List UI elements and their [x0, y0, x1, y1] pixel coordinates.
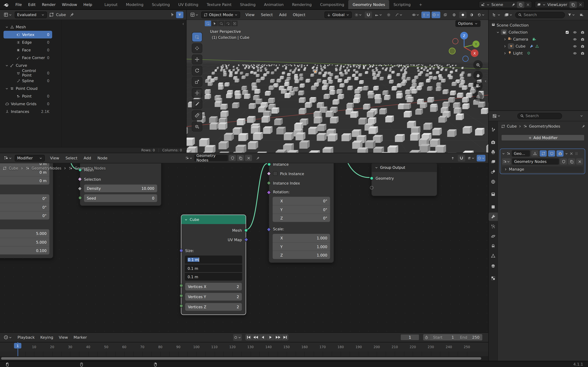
- timeline-tick[interactable]: 60: [122, 345, 126, 349]
- shading-rendered-button[interactable]: [477, 11, 485, 18]
- workspace-tab[interactable]: Compositing: [316, 0, 348, 9]
- spreadsheet-tree-row[interactable]: Control Point 0: [3, 69, 52, 77]
- auto-keying-button[interactable]: [233, 334, 242, 341]
- proportional-edit-button[interactable]: [385, 11, 392, 18]
- unlink-node-tree-button[interactable]: [576, 158, 583, 165]
- node-tree-browse-button[interactable]: [502, 158, 511, 165]
- blender-logo-icon[interactable]: [3, 1, 9, 8]
- toolbar-tool-button[interactable]: [192, 88, 202, 98]
- timeline-tick[interactable]: 180: [337, 345, 344, 349]
- expand-caret-icon[interactable]: [5, 87, 9, 90]
- shading-material-button[interactable]: [468, 11, 475, 18]
- menu-item[interactable]: Marker: [71, 335, 90, 340]
- outliner-row[interactable]: Collection: [489, 29, 588, 36]
- menu-item[interactable]: Edit: [25, 2, 39, 7]
- workspace-tab[interactable]: Shading: [236, 0, 260, 9]
- timeline-tick[interactable]: 240: [446, 345, 452, 349]
- spreadsheet-tree-row[interactable]: Vertex 0: [3, 31, 52, 38]
- toolbar-tool-button[interactable]: [192, 99, 202, 109]
- chevron-down-icon[interactable]: [486, 3, 490, 6]
- viewlayer-icon[interactable]: [537, 3, 541, 7]
- falloff-button[interactable]: [394, 11, 403, 18]
- scale-x-field[interactable]: X5.000: [0, 229, 49, 238]
- vertices-y-field[interactable]: Vertices Y2: [185, 293, 242, 300]
- jump-to-start-button[interactable]: [245, 334, 252, 341]
- menu-item[interactable]: Select: [62, 156, 80, 160]
- remove-modifier-icon[interactable]: [570, 151, 573, 155]
- node-overlays-toggle[interactable]: [477, 155, 485, 161]
- workspace-tab[interactable]: Geometry Nodes: [348, 0, 389, 9]
- ortho-toggle-button[interactable]: [473, 92, 483, 101]
- collapse-region-icon[interactable]: [182, 22, 185, 25]
- timeline-tick[interactable]: 130: [247, 345, 254, 349]
- viewlayer-copy-button[interactable]: [570, 1, 577, 8]
- vector-socket[interactable]: [267, 227, 271, 231]
- geometry-socket[interactable]: [267, 163, 271, 166]
- scene-unlink-icon[interactable]: [526, 3, 530, 7]
- editor-type-button[interactable]: [3, 11, 13, 18]
- timeline-tick[interactable]: 30: [68, 345, 72, 349]
- node-snap-mode-button[interactable]: [467, 155, 475, 161]
- menu-item[interactable]: View: [242, 12, 258, 17]
- menu-item[interactable]: View: [47, 156, 62, 160]
- workspace-tab[interactable]: Layout: [100, 0, 122, 9]
- timeline-tick[interactable]: 160: [301, 345, 308, 349]
- collapse-caret-icon[interactable]: [184, 218, 188, 221]
- properties-tab[interactable]: [489, 167, 498, 176]
- properties-tab[interactable]: [489, 203, 498, 211]
- size-x-field-editing[interactable]: 0.1 m: [185, 256, 242, 264]
- workspace-tab[interactable]: UV Editing: [174, 0, 202, 9]
- orientation-dropdown[interactable]: Global: [325, 11, 352, 18]
- hide-viewport-toggle[interactable]: [573, 51, 577, 55]
- select-tweak-button[interactable]: [205, 21, 211, 26]
- timeline-tick[interactable]: 140: [265, 345, 272, 349]
- breadcrumb-object[interactable]: Cube: [507, 124, 517, 129]
- add-modifier-button[interactable]: Add Modifier: [501, 134, 585, 141]
- expand-caret-icon[interactable]: [5, 25, 9, 28]
- outliner-row[interactable]: Light: [489, 50, 588, 57]
- chevron-down-icon[interactable]: [543, 3, 546, 6]
- shading-wireframe-button[interactable]: [450, 11, 458, 18]
- cursor-filter-icon[interactable]: [170, 12, 175, 17]
- current-frame-field[interactable]: 1: [400, 334, 419, 341]
- spreadsheet-tree-row[interactable]: Point Cloud: [3, 84, 52, 92]
- menu-item[interactable]: Select: [258, 12, 276, 17]
- modifier-name-field[interactable]: Geo...: [512, 150, 530, 157]
- select-intersect-button[interactable]: [231, 21, 238, 26]
- outliner-search-input[interactable]: Search: [515, 12, 565, 18]
- outliner-filter-button[interactable]: [567, 12, 576, 18]
- expand-caret-icon[interactable]: [503, 51, 506, 55]
- xray-toggle[interactable]: [442, 11, 449, 18]
- node-tree-type-dropdown[interactable]: Modifier: [15, 155, 45, 161]
- geometry-socket[interactable]: [244, 228, 248, 232]
- timeline-track[interactable]: [0, 352, 488, 356]
- geometry-socket[interactable]: [370, 176, 373, 180]
- int-socket[interactable]: [267, 181, 271, 185]
- select-lasso-button[interactable]: [225, 21, 231, 26]
- menu-item[interactable]: File: [12, 2, 25, 7]
- snap-toggle-button[interactable]: [364, 11, 372, 18]
- timeline-tick[interactable]: 210: [392, 345, 398, 349]
- collapse-region-icon[interactable]: [484, 80, 487, 83]
- timeline-tick[interactable]: 230: [428, 345, 434, 349]
- expand-caret-icon[interactable]: [503, 45, 506, 48]
- play-reverse-button[interactable]: [259, 334, 266, 341]
- pan-button[interactable]: [473, 71, 483, 80]
- workspace-tab[interactable]: Scripting: [389, 0, 415, 9]
- display-mode-button[interactable]: [491, 12, 501, 18]
- rotation-z-field[interactable]: Z0°: [0, 211, 49, 219]
- menu-item[interactable]: Window: [59, 2, 80, 7]
- vertices-z-field[interactable]: Vertices Z2: [185, 303, 242, 310]
- properties-tab[interactable]: [489, 148, 498, 156]
- timeline-tick[interactable]: 220: [410, 345, 416, 349]
- workspace-tab[interactable]: Animation: [260, 0, 288, 9]
- visibility-button[interactable]: [411, 11, 420, 18]
- rotation-y-field[interactable]: Y0°: [273, 205, 330, 214]
- browse-tree-button[interactable]: [184, 155, 193, 161]
- menu-item[interactable]: Render: [39, 2, 59, 7]
- snap-settings-button[interactable]: [374, 11, 383, 18]
- timeline-tick[interactable]: 120: [229, 345, 235, 349]
- scale-z-field[interactable]: Z0.100: [0, 246, 49, 254]
- disable-render-toggle[interactable]: [581, 51, 585, 55]
- properties-tab[interactable]: [489, 274, 498, 283]
